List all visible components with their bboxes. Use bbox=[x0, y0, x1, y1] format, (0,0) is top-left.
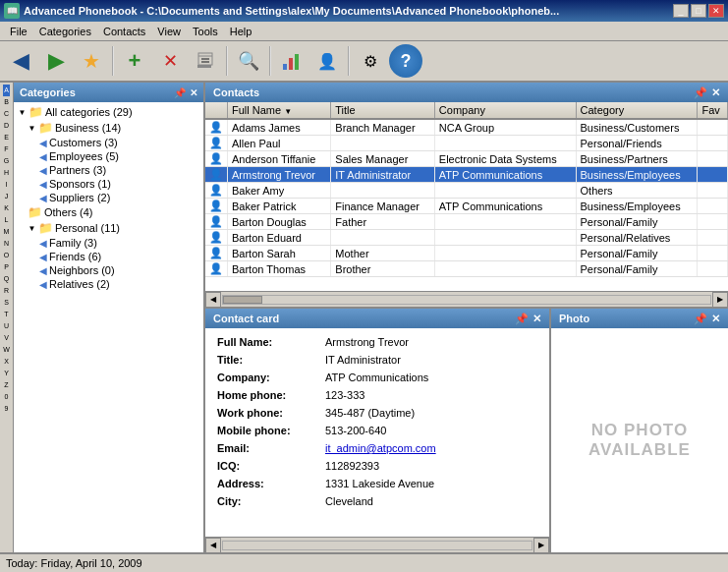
menu-contacts[interactable]: Contacts bbox=[97, 24, 151, 39]
cat-arrow-icon: ◀ bbox=[39, 238, 47, 249]
cat-partners[interactable]: ◀ Partners (3) bbox=[16, 163, 201, 177]
cat-friends[interactable]: ◀ Friends (6) bbox=[16, 250, 201, 263]
card-close-icon[interactable]: ✕ bbox=[532, 313, 541, 325]
alpha-P[interactable]: P bbox=[3, 261, 10, 273]
photo-pin-icon[interactable]: 📌 bbox=[694, 313, 707, 325]
cat-business[interactable]: ▼ 📁 Business (14) bbox=[16, 120, 201, 136]
cat-family[interactable]: ◀ Family (3) bbox=[16, 236, 201, 250]
delete-button[interactable]: ✕ bbox=[153, 44, 187, 78]
table-row[interactable]: 👤 Barton Thomas Brother Personal/Family bbox=[205, 261, 728, 277]
contacts-hscroll[interactable]: ◀ ▶ bbox=[205, 291, 728, 307]
alpha-S[interactable]: S bbox=[3, 297, 10, 309]
alpha-M[interactable]: M bbox=[3, 226, 11, 238]
cat-sponsors[interactable]: ◀ Sponsors (1) bbox=[16, 177, 201, 191]
card-scroll-track[interactable] bbox=[222, 541, 532, 550]
scroll-right[interactable]: ▶ bbox=[712, 292, 728, 308]
help-button[interactable]: ? bbox=[389, 44, 422, 78]
categories-pin-icon[interactable]: 📌 bbox=[174, 87, 186, 98]
alpha-R[interactable]: R bbox=[3, 285, 10, 297]
table-row[interactable]: 👤 Anderson Tiffanie Sales Manager Electr… bbox=[205, 151, 728, 167]
svg-rect-6 bbox=[289, 58, 293, 70]
categories-close-icon[interactable]: ✕ bbox=[190, 87, 197, 98]
scroll-left[interactable]: ◀ bbox=[205, 292, 221, 308]
col-icon[interactable] bbox=[205, 102, 228, 119]
menu-file[interactable]: File bbox=[4, 24, 33, 39]
alpha-C[interactable]: C bbox=[3, 108, 10, 120]
favorites-button[interactable]: ★ bbox=[75, 44, 108, 78]
alpha-U[interactable]: U bbox=[3, 320, 10, 332]
cat-neighbors[interactable]: ◀ Neighbors (0) bbox=[16, 263, 201, 277]
menu-help[interactable]: Help bbox=[224, 24, 258, 39]
col-company[interactable]: Company bbox=[434, 102, 576, 119]
back-button[interactable]: ◀ bbox=[4, 44, 37, 78]
alpha-E[interactable]: E bbox=[3, 132, 10, 143]
alpha-N[interactable]: N bbox=[3, 238, 10, 250]
forward-button[interactable]: ▶ bbox=[39, 44, 73, 78]
table-row[interactable]: 👤 Barton Douglas Father Personal/Family bbox=[205, 214, 728, 230]
table-row[interactable]: 👤 Baker Amy Others bbox=[205, 183, 728, 199]
alpha-J[interactable]: J bbox=[4, 191, 10, 202]
contacts-pin-icon[interactable]: 📌 bbox=[694, 86, 707, 99]
menu-categories[interactable]: Categories bbox=[33, 24, 97, 39]
alpha-0[interactable]: 0 bbox=[4, 391, 10, 403]
card-scroll-right[interactable]: ▶ bbox=[533, 538, 549, 553]
alpha-L[interactable]: L bbox=[4, 214, 10, 226]
col-category[interactable]: Category bbox=[576, 102, 698, 119]
cat-relatives[interactable]: ◀ Relatives (2) bbox=[16, 277, 201, 291]
menu-view[interactable]: View bbox=[151, 24, 187, 39]
cat-employees[interactable]: ◀ Employees (5) bbox=[16, 149, 201, 163]
table-row[interactable]: 👤 Adams James Branch Manager NCA Group B… bbox=[205, 119, 728, 136]
settings-button[interactable]: ⚙ bbox=[354, 44, 387, 78]
alpha-9[interactable]: 9 bbox=[4, 403, 10, 415]
table-row[interactable]: 👤 Baker Patrick Finance Manager ATP Comm… bbox=[205, 199, 728, 214]
col-fav[interactable]: Fav bbox=[698, 102, 728, 119]
cat-others[interactable]: 📁 Others (4) bbox=[16, 204, 201, 220]
alpha-H[interactable]: H bbox=[3, 167, 10, 179]
photo-close-icon[interactable]: ✕ bbox=[711, 313, 720, 325]
scroll-track[interactable] bbox=[222, 295, 711, 305]
alpha-F[interactable]: F bbox=[3, 143, 9, 155]
contacts-close-icon[interactable]: ✕ bbox=[711, 86, 720, 99]
alpha-X[interactable]: X bbox=[3, 356, 10, 368]
alpha-Z[interactable]: Z bbox=[3, 379, 9, 391]
menu-bar: File Categories Contacts View Tools Help bbox=[0, 22, 728, 41]
alpha-I[interactable]: I bbox=[5, 179, 9, 191]
alpha-A[interactable]: A bbox=[3, 85, 10, 96]
alpha-B[interactable]: B bbox=[3, 96, 10, 108]
alpha-Q[interactable]: Q bbox=[3, 273, 10, 285]
col-fullname[interactable]: Full Name ▼ bbox=[228, 102, 331, 119]
table-row[interactable]: 👤 Barton Eduard Personal/Relatives bbox=[205, 230, 728, 246]
minimize-button[interactable]: _ bbox=[673, 4, 689, 18]
contact-name: Armstrong Trevor bbox=[228, 167, 331, 183]
alpha-K[interactable]: K bbox=[3, 202, 10, 214]
alpha-W[interactable]: W bbox=[2, 344, 11, 356]
scroll-thumb[interactable] bbox=[223, 296, 262, 304]
maximize-button[interactable]: □ bbox=[691, 4, 706, 18]
alpha-V[interactable]: V bbox=[3, 332, 10, 344]
alpha-O[interactable]: O bbox=[3, 250, 10, 261]
alpha-G[interactable]: G bbox=[3, 155, 10, 167]
cat-personal[interactable]: ▼ 📁 Personal (11) bbox=[16, 220, 201, 236]
alpha-T[interactable]: T bbox=[3, 309, 9, 320]
cat-suppliers[interactable]: ◀ Suppliers (2) bbox=[16, 191, 201, 204]
table-row[interactable]: 👤 Allen Paul Personal/Friends bbox=[205, 136, 728, 151]
card-field-value[interactable]: it_admin@atpcom.com bbox=[325, 442, 537, 454]
card-hscroll[interactable]: ◀ ▶ bbox=[205, 537, 549, 552]
find-button[interactable]: 🔍 bbox=[232, 44, 265, 78]
add-button[interactable]: + bbox=[118, 44, 151, 78]
cat-all[interactable]: ▼ 📁 All categories (29) bbox=[16, 104, 201, 120]
alpha-D[interactable]: D bbox=[3, 120, 10, 132]
menu-tools[interactable]: Tools bbox=[187, 24, 224, 39]
close-button[interactable]: ✕ bbox=[708, 4, 724, 18]
edit-button[interactable] bbox=[189, 44, 222, 78]
card-pin-icon[interactable]: 📌 bbox=[515, 313, 529, 325]
card-scroll-left[interactable]: ◀ bbox=[205, 538, 221, 553]
col-title[interactable]: Title bbox=[331, 102, 435, 119]
table-row[interactable]: 👤 Barton Sarah Mother Personal/Family bbox=[205, 246, 728, 261]
reports-button[interactable] bbox=[275, 44, 308, 78]
table-row[interactable]: 👤 Armstrong Trevor IT Administrator ATP … bbox=[205, 167, 728, 183]
photo-button[interactable]: 👤 bbox=[310, 44, 344, 78]
alpha-Y[interactable]: Y bbox=[3, 368, 10, 379]
cat-customers[interactable]: ◀ Customers (3) bbox=[16, 136, 201, 149]
cat-folder-icon: 📁 bbox=[28, 105, 43, 119]
